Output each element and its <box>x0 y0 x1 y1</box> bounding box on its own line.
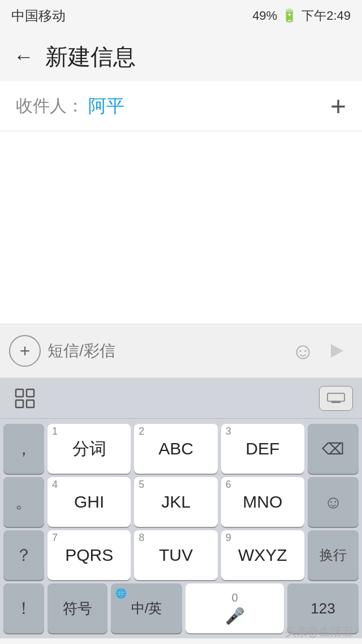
svg-rect-4 <box>327 393 344 401</box>
key-5[interactable]: 5 JKL <box>134 477 217 527</box>
svg-rect-1 <box>27 389 34 397</box>
add-recipient-button[interactable]: + <box>330 93 346 120</box>
battery-icon: 🔋 <box>282 8 297 23</box>
key-8[interactable]: 8 TUV <box>134 530 217 580</box>
keyboard-row-3: ？ 7 PQRS 8 TUV 9 WXYZ 换行 <box>0 529 362 582</box>
key-9[interactable]: 9 WXYZ <box>221 530 304 580</box>
key-backspace[interactable]: ⌫ <box>308 424 359 474</box>
key-6[interactable]: 6 MNO <box>221 477 304 527</box>
message-area[interactable] <box>0 131 362 324</box>
key-space[interactable]: 0 🎤 <box>186 583 284 633</box>
watermark: 头条@生活宝 <box>285 624 353 639</box>
key-question[interactable]: ？ <box>3 530 44 580</box>
key-2[interactable]: 2 ABC <box>134 424 217 474</box>
keyboard-toolbar <box>0 378 362 419</box>
recipient-value[interactable]: 阿平 <box>88 94 330 119</box>
send-icon <box>331 344 343 358</box>
recipient-bar: 收件人： 阿平 + <box>0 81 362 131</box>
emoji-button[interactable]: ☺ <box>291 338 314 364</box>
key-enter[interactable]: 换行 <box>308 530 359 580</box>
time-text: 下午2:49 <box>301 7 351 24</box>
key-3[interactable]: 3 DEF <box>221 424 304 474</box>
key-4[interactable]: 4 GHI <box>48 477 131 527</box>
key-exclaim[interactable]: ！ <box>3 583 44 633</box>
svg-rect-0 <box>16 389 23 397</box>
key-emoji[interactable]: ☺ <box>308 477 359 527</box>
svg-rect-3 <box>27 400 34 407</box>
keyboard-row-2: 。 4 GHI 5 JKL 6 MNO ☺ <box>0 475 362 529</box>
status-right: 49% 🔋 下午2:49 <box>252 7 351 24</box>
header: ← 新建信息 <box>0 32 362 81</box>
carrier-text: 中国移动 <box>11 7 66 25</box>
compose-input[interactable] <box>48 334 285 368</box>
compose-bar: + ☺ <box>0 324 362 378</box>
key-7[interactable]: 7 PQRS <box>48 530 131 580</box>
back-button[interactable]: ← <box>14 45 34 68</box>
send-button[interactable] <box>321 337 353 364</box>
hide-keyboard-button[interactable] <box>319 386 353 411</box>
attach-button[interactable]: + <box>9 335 41 367</box>
status-bar: 中国移动 49% 🔋 下午2:49 <box>0 0 362 32</box>
svg-rect-2 <box>16 400 23 407</box>
key-lang[interactable]: 🌐 中/英 <box>111 583 182 633</box>
key-symbol[interactable]: 符号 <box>48 583 107 633</box>
key-period[interactable]: 。 <box>3 477 44 527</box>
keyboard: ， 1 分词 2 ABC 3 DEF ⌫ 。 4 GHI <box>0 419 362 638</box>
battery-text: 49% <box>252 8 277 23</box>
key-1[interactable]: 1 分词 <box>48 424 131 474</box>
key-comma[interactable]: ， <box>3 424 44 474</box>
recipient-label: 收件人： <box>16 95 84 118</box>
keyboard-row-1: ， 1 分词 2 ABC 3 DEF ⌫ <box>0 422 362 475</box>
page-title: 新建信息 <box>45 41 136 72</box>
grid-icon[interactable] <box>9 383 41 414</box>
